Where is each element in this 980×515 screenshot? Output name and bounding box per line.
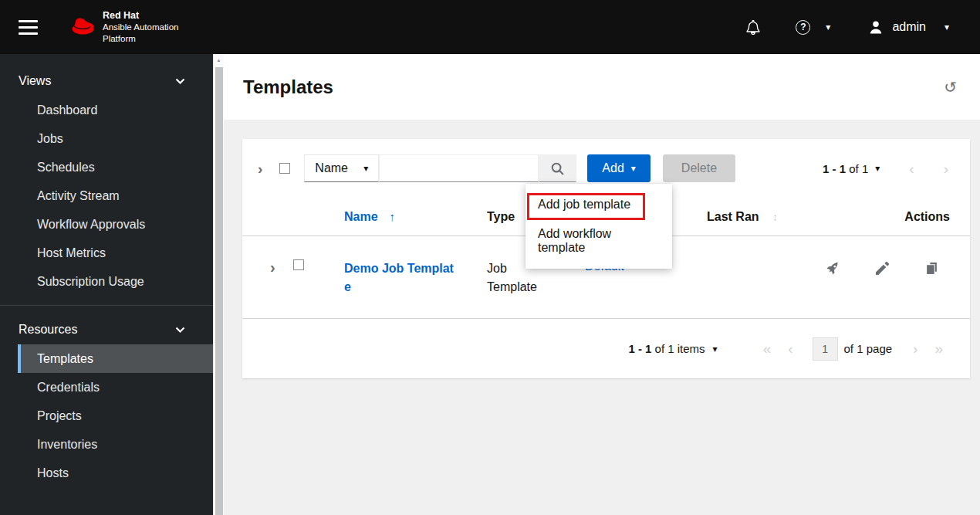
page-header: Templates ↺ — [224, 54, 980, 120]
pagination-of: of 1 — [849, 162, 868, 175]
launch-rocket-icon[interactable] — [826, 262, 840, 275]
delete-button-label: Delete — [681, 161, 717, 175]
column-header-name[interactable]: Name ↑ — [344, 210, 395, 224]
nav-section-resources[interactable]: Resources — [0, 315, 213, 344]
sidebar-item-subscription-usage[interactable]: Subscription Usage — [0, 267, 213, 296]
history-icon[interactable]: ↺ — [944, 80, 957, 95]
angle-right-icon: › — [913, 341, 917, 357]
page-count-label: of 1 page — [844, 342, 893, 355]
redhat-fedora-icon — [69, 17, 96, 38]
page-title: Templates — [243, 76, 333, 98]
footer-of-items: of 1 items — [655, 342, 705, 355]
help-caret-down-icon: ▾ — [826, 22, 830, 32]
user-caret-down-icon: ▾ — [945, 22, 949, 32]
column-header-actions: Actions — [808, 210, 970, 224]
sort-ascending-icon: ↑ — [390, 210, 396, 223]
next-page-button[interactable]: › — [913, 341, 917, 356]
sidebar-item-activity-stream[interactable]: Activity Stream — [0, 181, 213, 210]
nav-toggle-button[interactable] — [19, 16, 38, 39]
search-input[interactable] — [379, 154, 539, 182]
add-button[interactable]: Add ▾ — [587, 154, 651, 182]
angle-double-left-icon: « — [763, 341, 772, 357]
nav-section-views-label: Views — [19, 74, 51, 88]
sidebar-item-projects[interactable]: Projects — [0, 401, 213, 430]
user-icon — [869, 20, 883, 34]
scrollbar-thumb[interactable] — [215, 67, 223, 515]
last-page-button[interactable]: » — [934, 341, 943, 356]
scrollbar-up-arrow-icon[interactable]: ▲ — [214, 54, 224, 66]
username-label: admin — [892, 20, 926, 34]
search-icon — [551, 162, 564, 175]
angle-double-right-icon: » — [934, 341, 943, 357]
filter-caret-down-icon: ▾ — [363, 164, 368, 173]
main-content: Templates ↺ › Name ▾ — [224, 54, 980, 515]
row-expand-button[interactable]: › — [270, 259, 275, 275]
add-button-label: Add — [602, 161, 623, 175]
notifications-button[interactable] — [746, 20, 760, 35]
sort-both-icon[interactable]: ↕ — [772, 211, 778, 223]
edit-pencil-icon[interactable] — [876, 262, 889, 275]
select-all-checkbox[interactable] — [279, 163, 290, 174]
prev-page-button[interactable]: ‹ — [909, 161, 914, 176]
current-page-input[interactable] — [813, 337, 838, 361]
sidebar-item-jobs[interactable]: Jobs — [0, 124, 213, 153]
chevron-right-icon: › — [270, 259, 275, 276]
footer-range: 1 - 1 — [628, 342, 651, 355]
expand-all-button[interactable]: › — [258, 161, 262, 176]
nav-scrollbar[interactable]: ▲ — [213, 54, 224, 515]
sidebar-item-schedules[interactable]: Schedules — [0, 153, 213, 181]
app-masthead: Red Hat Ansible Automation Platform ? ▾ … — [0, 0, 980, 54]
chevron-down-icon — [175, 327, 185, 334]
footer-pagination: 1 - 1 of 1 items ▾ « ‹ of 1 page › » — [242, 319, 970, 378]
sidebar-nav: Views Dashboard Jobs Schedules Activity … — [0, 54, 213, 515]
add-dropdown-menu: Add job template Add workflow template — [525, 184, 672, 269]
angle-right-icon: › — [944, 161, 948, 177]
template-name-link[interactable]: Demo Job Template — [344, 259, 455, 296]
items-caret-down-icon: ▾ — [713, 344, 718, 354]
add-caret-down-icon: ▾ — [631, 164, 636, 173]
first-page-button[interactable]: « — [763, 341, 772, 356]
sidebar-item-hosts[interactable]: Hosts — [0, 459, 213, 487]
nav-divider — [0, 305, 213, 306]
sidebar-item-templates[interactable]: Templates — [18, 344, 213, 373]
menu-item-add-workflow-template[interactable]: Add workflow template — [525, 219, 672, 263]
filter-attribute-select[interactable]: Name ▾ — [304, 154, 379, 182]
nav-section-views[interactable]: Views — [0, 66, 213, 96]
row-checkbox[interactable] — [293, 259, 304, 270]
sidebar-item-inventories[interactable]: Inventories — [0, 430, 213, 459]
top-pagination: 1 - 1 of 1 ▾ ‹ › — [823, 161, 951, 176]
sidebar-item-host-metrics[interactable]: Host Metrics — [0, 239, 213, 267]
sidebar-item-workflow-approvals[interactable]: Workflow Approvals — [0, 210, 213, 239]
filter-selected-label: Name — [315, 161, 348, 175]
user-menu-button[interactable]: admin ▾ — [869, 20, 949, 34]
angle-left-icon: ‹ — [909, 161, 914, 177]
prev-page-button[interactable]: ‹ — [788, 341, 792, 356]
items-summary[interactable]: 1 - 1 of 1 items ▾ — [628, 342, 717, 355]
bell-icon — [746, 20, 760, 35]
sidebar-item-dashboard[interactable]: Dashboard — [0, 96, 213, 124]
sidebar-item-credentials[interactable]: Credentials — [0, 373, 213, 401]
menu-item-add-job-template[interactable]: Add job template — [525, 190, 672, 219]
hamburger-icon — [19, 20, 38, 22]
brand-logo: Red Hat Ansible Automation Platform — [69, 10, 178, 44]
question-circle-icon: ? — [796, 20, 810, 35]
next-page-button[interactable]: › — [944, 161, 948, 176]
chevron-right-icon: › — [258, 161, 262, 177]
pagination-range: 1 - 1 — [823, 162, 846, 175]
pagination-caret-down-icon[interactable]: ▾ — [875, 164, 880, 173]
column-header-last-ran: Last Ran ↕ — [691, 210, 808, 224]
chevron-down-icon — [175, 78, 185, 85]
delete-button[interactable]: Delete — [663, 154, 735, 182]
copy-icon[interactable] — [925, 262, 938, 275]
angle-left-icon: ‹ — [788, 341, 792, 357]
help-menu-button[interactable]: ? ▾ — [796, 20, 830, 35]
brand-product-name: Ansible Automation Platform — [103, 22, 178, 44]
nav-section-resources-label: Resources — [19, 323, 77, 337]
brand-name: Red Hat — [103, 10, 178, 22]
search-button[interactable] — [539, 154, 576, 182]
